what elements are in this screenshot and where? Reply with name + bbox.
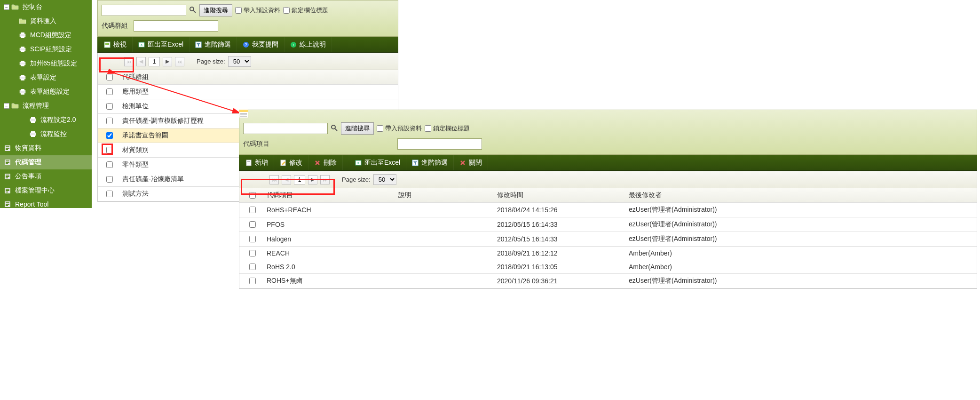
row-checkbox[interactable] (106, 118, 113, 124)
row-checkbox[interactable] (106, 191, 113, 197)
column-header-name[interactable]: 代碼群組 (118, 73, 394, 81)
row-checkbox[interactable] (106, 88, 113, 95)
sidebar-item-流程設定2.0[interactable]: 流程設定2.0 (0, 113, 92, 127)
row-checkbox[interactable] (106, 132, 113, 139)
svg-rect-54 (239, 110, 248, 112)
pager-last-button[interactable]: ⏭ (320, 175, 330, 184)
sidebar-item-物質資料[interactable]: 物質資料 (0, 141, 92, 155)
sidebar-item-Report Tool[interactable]: Report Tool (0, 198, 92, 211)
sidebar-item-SCIP組態設定[interactable]: SCIP組態設定 (0, 42, 92, 56)
row-checkbox[interactable] (249, 264, 256, 270)
sidebar-item-代碼管理[interactable]: 代碼管理 (0, 155, 92, 169)
pager-last-button[interactable]: ⏭ (175, 57, 184, 66)
pager-first-button[interactable]: ⏮ (269, 175, 279, 184)
advanced-search-button[interactable]: 進階搜尋 (341, 122, 374, 135)
sidebar-root-label: 控制台 (23, 3, 42, 11)
pager-first-button[interactable]: ⏮ (124, 57, 134, 66)
table-row[interactable]: RoHS+REACH2018/04/24 14:15:26ezUser(管理者(… (239, 203, 977, 217)
select-all-checkbox[interactable] (249, 192, 256, 199)
pager-prev-button[interactable]: ◀ (136, 57, 146, 66)
lock-header-checkbox[interactable]: 鎖定欄位標題 (425, 124, 470, 133)
sidebar-item-公告事項[interactable]: 公告事項 (0, 169, 92, 184)
sidebar-item-label: 物質資料 (15, 144, 41, 152)
row-checkbox[interactable] (106, 176, 113, 183)
pager-next-button[interactable]: ▶ (163, 57, 172, 66)
sidebar-item-流程監控[interactable]: 流程監控 (0, 127, 92, 141)
page-size-select[interactable]: 50 (373, 174, 396, 185)
load-default-checkbox[interactable]: 帶入預設資料 (235, 6, 280, 15)
printer-icon (19, 32, 26, 39)
pager-page-input[interactable] (149, 57, 160, 66)
table-row[interactable]: ROHS+無鹵2020/11/26 09:36:21ezUser(管理者(Adm… (239, 274, 977, 288)
sidebar-item-加州65組態設定[interactable]: 加州65組態設定 (0, 56, 92, 71)
ask-question-button[interactable]: ? 我要提問 (237, 37, 285, 52)
excel-icon: X (138, 41, 145, 48)
collapse-icon[interactable]: − (4, 4, 9, 10)
row-checkbox[interactable] (249, 207, 256, 213)
view-button[interactable]: 檢視 (97, 37, 133, 52)
advanced-filter-button[interactable]: 進階篩選 (406, 155, 454, 170)
edit-button[interactable]: 修改 (274, 155, 308, 170)
grid-header: 代碼群組 (98, 70, 398, 85)
sidebar-item-label: 公告事項 (15, 172, 41, 181)
sidebar-item-表單設定[interactable]: 表單設定 (0, 71, 92, 85)
pager-page-input[interactable] (294, 175, 305, 184)
select-all-checkbox[interactable] (106, 74, 113, 80)
advanced-filter-button[interactable]: 進階篩選 (190, 37, 237, 52)
column-header-user[interactable]: 最後修改者 (629, 191, 973, 200)
table-row[interactable]: REACH2018/09/21 16:12:12Amber(Amber) (239, 247, 977, 260)
table-row[interactable]: Halogen2012/05/15 16:14:33ezUser(管理者(Adm… (239, 232, 977, 247)
online-help-button[interactable]: i 線上說明 (285, 37, 332, 52)
detail-window-icon[interactable] (239, 110, 248, 118)
search-input[interactable] (243, 123, 328, 134)
advanced-search-button[interactable]: 進階搜尋 (199, 4, 232, 16)
table-row[interactable]: 應用類型 (98, 85, 398, 99)
row-checkbox[interactable] (249, 221, 256, 228)
page-size-label: Page size: (342, 176, 371, 183)
sidebar-item-流程管理[interactable]: −流程管理 (0, 99, 92, 113)
page-size-select[interactable]: 50 (228, 56, 251, 67)
sidebar-item-label: 表單組態設定 (30, 88, 70, 96)
row-checkbox[interactable] (106, 147, 113, 153)
row-item: RoHS+REACH (262, 206, 398, 214)
sidebar-item-label: 表單設定 (30, 73, 56, 82)
row-user: ezUser(管理者(Administrator)) (629, 277, 973, 285)
row-checkbox[interactable] (249, 278, 256, 284)
row-checkbox[interactable] (249, 236, 256, 242)
close-button[interactable]: 關閉 (454, 155, 488, 170)
svg-rect-23 (6, 148, 9, 149)
row-checkbox[interactable] (249, 250, 256, 256)
export-excel-button[interactable]: X 匯出至Excel (133, 37, 190, 52)
printer-icon (19, 60, 26, 67)
svg-rect-5 (21, 50, 24, 52)
row-checkbox[interactable] (106, 161, 113, 168)
pager-prev-button[interactable]: ◀ (282, 175, 291, 184)
sidebar-item-表單組態設定[interactable]: 表單組態設定 (0, 85, 92, 99)
code-item-input[interactable] (397, 138, 482, 150)
table-row[interactable]: RoHS 2.02018/09/21 16:13:05Amber(Amber) (239, 260, 977, 274)
code-group-input[interactable] (134, 20, 218, 32)
sidebar-root[interactable]: − 控制台 (0, 0, 92, 14)
pager-next-button[interactable]: ▶ (308, 175, 317, 184)
column-header-desc[interactable]: 說明 (398, 191, 497, 200)
lock-header-checkbox[interactable]: 鎖定欄位標題 (283, 6, 328, 15)
svg-rect-14 (21, 93, 24, 95)
export-excel-button[interactable]: X 匯出至Excel (349, 155, 406, 170)
search-icon[interactable] (331, 124, 338, 133)
load-default-checkbox[interactable]: 帶入預設資料 (377, 124, 422, 133)
svg-rect-19 (31, 131, 35, 133)
sidebar-item-MCD組態設定[interactable]: MCD組態設定 (0, 28, 92, 42)
sidebar-item-資料匯入[interactable]: 資料匯入 (0, 14, 92, 28)
column-header-time[interactable]: 修改時間 (497, 191, 629, 200)
search-input[interactable] (102, 5, 186, 16)
table-row[interactable]: PFOS2012/05/15 16:14:33ezUser(管理者(Admini… (239, 217, 977, 232)
delete-button[interactable]: 刪除 (308, 155, 343, 170)
row-checkbox[interactable] (106, 103, 113, 110)
collapse-icon[interactable]: − (4, 103, 9, 109)
add-button[interactable]: 新增 (239, 155, 274, 170)
sidebar-item-檔案管理中心[interactable]: 檔案管理中心 (0, 184, 92, 198)
search-icon[interactable] (189, 6, 197, 15)
column-header-item[interactable]: 代碼項目 (262, 191, 398, 200)
svg-rect-39 (6, 204, 9, 205)
row-user: ezUser(管理者(Administrator)) (629, 206, 973, 214)
